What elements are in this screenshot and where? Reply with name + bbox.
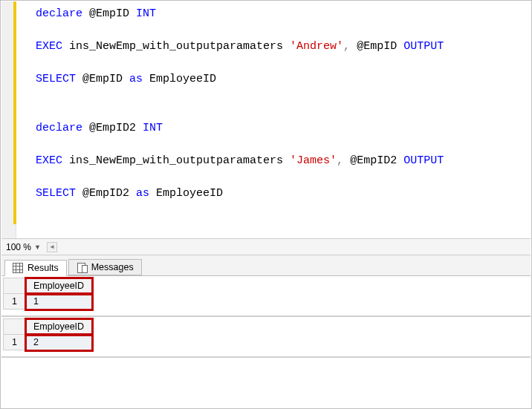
change-indicator bbox=[13, 1, 16, 224]
tab-messages[interactable]: Messages bbox=[68, 259, 142, 275]
sql-editor[interactable]: declare @EmpID INT EXEC ins_NewEmp_with_… bbox=[1, 1, 531, 239]
var-empid: @EmpID bbox=[89, 7, 129, 20]
results-pane: EmployeeID 1 1 EmployeeID 1 2 bbox=[1, 276, 531, 358]
grid-icon bbox=[13, 263, 23, 273]
alias-employeeid: EmployeeID bbox=[149, 73, 216, 85]
table-row[interactable]: 1 1 bbox=[4, 294, 92, 310]
results-tab-bar: Results Messages bbox=[1, 255, 531, 276]
cell-employeeid[interactable]: 2 bbox=[26, 335, 92, 350]
str-andrew: 'Andrew' bbox=[290, 40, 343, 53]
zoom-value: 100 % bbox=[6, 242, 31, 252]
kw-declare: declare bbox=[36, 122, 82, 134]
kw-as: as bbox=[129, 73, 143, 85]
kw-output: OUTPUT bbox=[403, 40, 444, 53]
grid-table[interactable]: EmployeeID 1 2 bbox=[3, 318, 92, 350]
grid-table[interactable]: EmployeeID 1 1 bbox=[3, 278, 92, 310]
var-empid: @EmpID bbox=[357, 40, 397, 53]
result-grid-2: EmployeeID 1 2 bbox=[1, 317, 531, 358]
kw-select: SELECT bbox=[36, 187, 76, 200]
kw-select: SELECT bbox=[36, 73, 76, 85]
kw-exec: EXEC bbox=[36, 154, 62, 167]
comma: , bbox=[337, 154, 343, 167]
kw-exec: EXEC bbox=[36, 40, 62, 53]
var-empid2: @EmpID2 bbox=[350, 154, 397, 167]
row-number: 1 bbox=[4, 335, 26, 350]
proc-name: ins_NewEmp_with_outputparamaters bbox=[69, 40, 283, 53]
editor-gutter bbox=[1, 1, 16, 238]
chevron-down-icon: ▼ bbox=[34, 243, 41, 251]
proc-name: ins_NewEmp_with_outputparamaters bbox=[69, 154, 283, 167]
kw-output: OUTPUT bbox=[403, 154, 444, 167]
kw-as: as bbox=[136, 187, 149, 200]
type-int: INT bbox=[143, 122, 163, 134]
messages-icon bbox=[77, 262, 87, 272]
alias-employeeid: EmployeeID bbox=[156, 187, 223, 200]
horizontal-scrollbar[interactable]: ◄ bbox=[47, 242, 528, 252]
scroll-left-icon[interactable]: ◄ bbox=[47, 242, 57, 252]
table-row[interactable]: 1 2 bbox=[4, 335, 92, 350]
cell-employeeid[interactable]: 1 bbox=[26, 294, 92, 310]
str-james: 'James' bbox=[290, 154, 337, 167]
var-empid2: @EmpID2 bbox=[82, 187, 129, 200]
tab-results-label: Results bbox=[27, 263, 59, 273]
tab-results[interactable]: Results bbox=[4, 260, 67, 276]
editor-status-bar: 100 % ▼ ◄ bbox=[1, 239, 531, 255]
col-header-employeeid[interactable]: EmployeeID bbox=[26, 278, 92, 294]
var-empid: @EmpID bbox=[82, 73, 123, 85]
grid-corner bbox=[4, 319, 26, 335]
comma: , bbox=[343, 40, 350, 53]
tab-messages-label: Messages bbox=[91, 262, 134, 272]
result-grid-1: EmployeeID 1 1 bbox=[1, 276, 531, 317]
col-header-employeeid[interactable]: EmployeeID bbox=[26, 319, 92, 335]
grid-corner bbox=[4, 278, 26, 294]
zoom-dropdown[interactable]: 100 % ▼ bbox=[4, 242, 42, 252]
kw-declare: declare bbox=[36, 7, 82, 20]
var-empid2: @EmpID2 bbox=[89, 122, 136, 134]
row-number: 1 bbox=[4, 294, 26, 310]
type-int: INT bbox=[136, 7, 156, 20]
code-content[interactable]: declare @EmpID INT EXEC ins_NewEmp_with_… bbox=[16, 1, 531, 238]
